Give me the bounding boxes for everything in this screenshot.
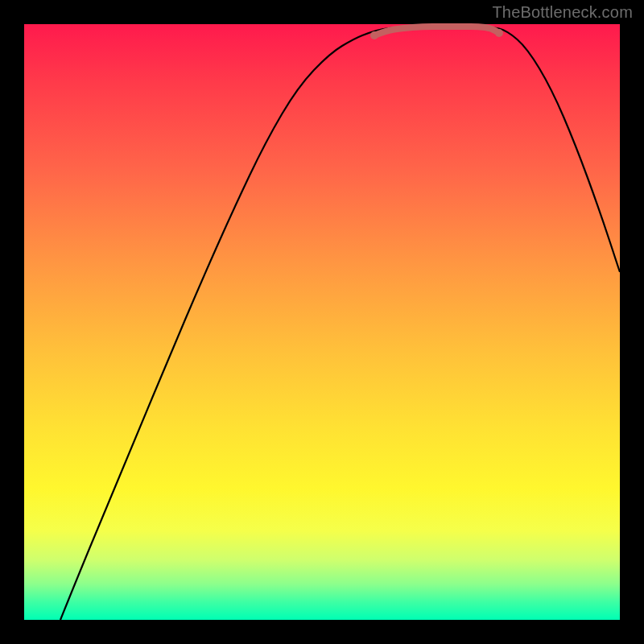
- highlight-segment: [374, 27, 499, 35]
- chart-frame: TheBottleneck.com: [0, 0, 644, 644]
- right-dot: [495, 29, 503, 37]
- gradient-plot-area: [24, 24, 620, 620]
- bottleneck-curve: [60, 26, 620, 620]
- left-dot: [370, 31, 378, 39]
- watermark-text: TheBottleneck.com: [492, 3, 633, 22]
- chart-svg: [24, 24, 620, 620]
